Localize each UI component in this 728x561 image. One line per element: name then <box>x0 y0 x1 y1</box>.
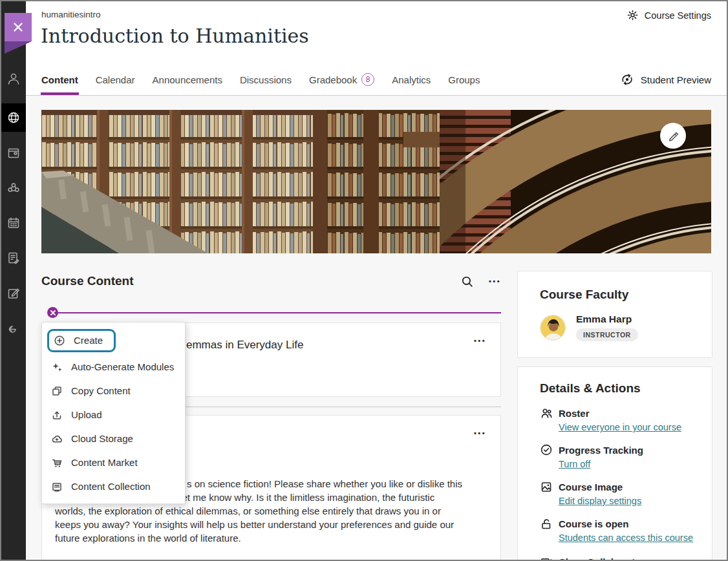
tab-gradebook[interactable]: Gradebook8 <box>309 64 374 95</box>
close-icon <box>12 21 24 33</box>
activity-stream-icon[interactable] <box>6 111 21 125</box>
tab-groups[interactable]: Groups <box>448 64 480 95</box>
avatar <box>540 315 566 341</box>
course-side-panels: Course Faculty Emma Harp INSTRUCTOR <box>517 271 712 358</box>
messages-icon[interactable] <box>6 251 21 265</box>
menu-item-cloud-storage[interactable]: Cloud Storage <box>42 427 185 450</box>
roster-people-icon <box>540 407 553 419</box>
detail-row-roster: Roster View everyone in your course <box>540 407 696 432</box>
course-settings-label: Course Settings <box>645 10 711 21</box>
gradebook-count-badge: 8 <box>361 73 374 86</box>
profile-icon[interactable] <box>6 72 21 86</box>
collection-box-icon <box>51 481 63 492</box>
page-title: Introduction to Humanities <box>41 25 309 47</box>
course-content-column: Course Content ••• emmas in Everyday Lif… <box>41 266 501 561</box>
menu-item-content-collection[interactable]: Content Collection <box>42 474 185 498</box>
sparkle-icon <box>51 361 63 373</box>
faculty-name: Emma Harp <box>576 313 638 325</box>
menu-item-upload[interactable]: Upload <box>42 403 185 427</box>
edit-banner-button[interactable] <box>660 123 686 149</box>
details-actions-panel: Details & Actions Roster View everyone i… <box>517 366 712 560</box>
upload-icon <box>51 409 63 421</box>
courses-icon[interactable] <box>6 146 21 160</box>
detail-row-progress-tracking: Progress Tracking Turn off <box>540 443 696 469</box>
close-course-button[interactable] <box>5 13 32 41</box>
collaborate-overflow-menu[interactable]: ••• <box>679 558 691 561</box>
tab-content[interactable]: Content <box>41 64 78 95</box>
plus-circle-icon <box>54 335 65 346</box>
course-image-link[interactable]: Edit display settings <box>559 496 696 506</box>
course-settings-button[interactable]: Course Settings <box>626 9 711 21</box>
unlock-icon <box>540 517 553 530</box>
check-circle-icon <box>540 443 553 456</box>
calendar-icon[interactable] <box>6 216 21 230</box>
tab-analytics[interactable]: Analytics <box>392 64 431 95</box>
student-preview-button[interactable]: Student Preview <box>620 64 711 95</box>
app-window: humanitiesintro Introduction to Humaniti… <box>0 0 728 561</box>
student-preview-label: Student Preview <box>641 74 711 85</box>
pencil-icon <box>667 130 679 142</box>
menu-item-auto-generate-modules[interactable]: Auto-Generate Modules <box>42 355 185 379</box>
main-content: Course Content ••• emmas in Everyday Lif… <box>26 96 727 560</box>
image-icon <box>540 480 553 493</box>
course-content-overflow-menu[interactable]: ••• <box>489 278 501 285</box>
add-content-menu: Create Auto-Generate Modules Copy Conten… <box>41 322 186 504</box>
close-icon <box>50 310 56 315</box>
tab-calendar[interactable]: Calendar <box>96 64 135 95</box>
course-tabbar: Content Calendar Announcements Discussio… <box>26 64 727 96</box>
course-banner-image <box>41 110 711 253</box>
sign-out-icon[interactable] <box>6 323 21 337</box>
menu-item-copy-content[interactable]: Copy Content <box>42 379 185 403</box>
shopping-cart-icon <box>51 457 63 469</box>
details-actions-title: Details & Actions <box>540 381 696 396</box>
search-icon[interactable] <box>461 275 473 288</box>
course-header: humanitiesintro Introduction to Humaniti… <box>26 1 727 64</box>
menu-item-create[interactable]: Create <box>42 326 185 355</box>
content-card-title[interactable]: emmas in Everyday Life <box>186 339 303 352</box>
detail-row-course-open: Course is open Students can access this … <box>540 517 696 543</box>
keyboard-focus-ring: Create <box>47 329 116 352</box>
tab-discussions[interactable]: Discussions <box>240 64 292 95</box>
add-content-divider <box>41 307 501 320</box>
course-faculty-title: Course Faculty <box>540 288 690 302</box>
tab-announcements[interactable]: Announcements <box>153 64 222 95</box>
course-content-title: Course Content <box>41 274 134 288</box>
card-overflow-menu[interactable]: ••• <box>474 430 486 437</box>
progress-tracking-link[interactable]: Turn off <box>559 459 696 469</box>
course-faculty-panel: Course Faculty Emma Harp INSTRUCTOR <box>517 271 712 358</box>
gear-icon <box>626 9 639 21</box>
close-add-menu-button[interactable] <box>47 307 58 318</box>
card-overflow-menu[interactable]: ••• <box>474 337 486 344</box>
copy-icon <box>51 385 63 397</box>
student-preview-icon <box>620 72 634 87</box>
detail-row-course-image: Course Image Edit display settings <box>540 480 696 506</box>
cloud-plus-icon <box>51 433 63 445</box>
faculty-member-row[interactable]: Emma Harp INSTRUCTOR <box>540 313 690 341</box>
course-id-label: humanitiesintro <box>41 10 101 19</box>
detail-row-class-collaborate: Class Collaborate ••• <box>540 555 696 560</box>
grades-icon[interactable] <box>6 286 21 301</box>
base-navigation-sidebar <box>1 1 26 560</box>
library-photo <box>41 110 711 253</box>
roster-link[interactable]: View everyone in your course <box>559 422 696 432</box>
course-open-link[interactable]: Students can access this course <box>559 533 696 543</box>
role-badge: INSTRUCTOR <box>576 328 638 341</box>
organizations-icon[interactable] <box>6 181 21 195</box>
menu-item-content-market[interactable]: Content Market <box>42 450 185 474</box>
video-camera-icon <box>540 555 553 560</box>
